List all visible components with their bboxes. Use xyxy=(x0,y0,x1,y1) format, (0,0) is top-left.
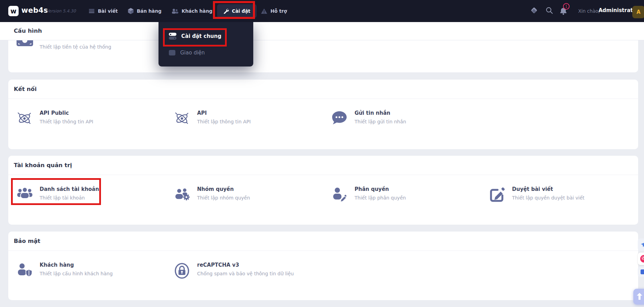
menu-item-general-settings[interactable]: Cài đặt chung xyxy=(169,32,221,40)
tile-title: Nhóm quyền xyxy=(197,186,234,192)
nav-item-sales[interactable]: Bán hàng xyxy=(128,0,162,22)
section-title: Tài khoản quản trị xyxy=(14,162,72,168)
atom-icon xyxy=(174,111,191,127)
nav-item-label: Bán hàng xyxy=(137,8,162,14)
nav-item-customers[interactable]: Khách hàng xyxy=(172,0,213,22)
people-icon xyxy=(172,9,178,14)
menu-item-interface[interactable]: Giao diện xyxy=(169,49,205,57)
wrench-icon xyxy=(223,8,229,14)
tile-subtitle: Chống spam và bảo vệ thông tin dữ liệu xyxy=(197,271,294,276)
search-icon[interactable] xyxy=(546,7,553,16)
section-title: Cấu hình xyxy=(14,28,42,34)
tile-title: Phân quyền xyxy=(355,186,389,192)
tile-subtitle: Thiết lập gửi tin nhắn xyxy=(355,119,406,124)
paper-plane-icon xyxy=(641,242,644,247)
telegram-share-button[interactable] xyxy=(638,238,644,251)
tile-title: reCAPTCHA v3 xyxy=(197,262,239,268)
users-gear-icon xyxy=(174,187,191,203)
tile-api-public[interactable]: API Public Thiết lập thông tin API xyxy=(8,110,166,131)
tile-title: API Public xyxy=(40,110,69,116)
tile-subtitle: Thiết lập tài khoản xyxy=(40,195,85,201)
tile-title: API xyxy=(197,110,207,116)
card-connections: Kết nối API Public Thiết lập thông tin A… xyxy=(8,80,638,149)
tile-permission-groups[interactable]: Nhóm quyền Thiết lập nhóm quyền xyxy=(166,186,323,207)
tile-approve-articles[interactable]: Duyệt bài viết Thiết lập quyền duyệt bài… xyxy=(481,186,638,207)
top-navbar: w web4s Version 5.4.30 Bài viết Bán hàng… xyxy=(0,0,644,22)
card-config: Thiết lập tiền tệ của hệ thống xyxy=(8,40,638,72)
atom-icon xyxy=(17,111,33,127)
tile-account-list[interactable]: Danh sách tài khoản Thiết lập tài khoản xyxy=(8,186,166,207)
settings-overview-page: w web4s Version 5.4.30 Bài viết Bán hàng… xyxy=(0,0,644,307)
tile-subtitle[interactable]: Thiết lập tiền tệ của hệ thống xyxy=(40,44,111,50)
tile-title: Gửi tin nhắn xyxy=(355,110,390,116)
tile-title: Khách hàng xyxy=(40,262,74,268)
card-header: Bảo mật xyxy=(8,232,638,251)
edit-square-icon xyxy=(489,187,505,203)
phone-icon xyxy=(640,255,644,263)
zalo-button[interactable] xyxy=(638,267,644,277)
menu-item-label: Giao diện xyxy=(180,50,205,56)
money-icon[interactable] xyxy=(17,40,33,48)
user-avatar[interactable]: A xyxy=(632,6,644,18)
tile-title: Duyệt bài viết xyxy=(512,186,553,192)
nav-item-label: Khách hàng xyxy=(182,8,213,14)
menu-item-label: Cài đặt chung xyxy=(181,33,221,39)
zalo-icon xyxy=(641,269,644,274)
cube-icon xyxy=(128,8,134,14)
card-admin-accounts: Tài khoản quản trị Danh sách tài khoản T… xyxy=(8,156,638,225)
notification-count-badge: 1 xyxy=(563,3,570,10)
tile-customer-security[interactable]: Khách hàng Thiết lập cấu hình khách hàng xyxy=(8,262,166,283)
tile-subtitle: Thiết lập phân quyền xyxy=(355,195,406,201)
section-title: Kết nối xyxy=(14,86,37,92)
interface-icon xyxy=(169,50,175,55)
card-security: Bảo mật Khách hàng Thiết lập cấu hình kh… xyxy=(8,232,638,300)
tile-subtitle: Thiết lập quyền duyệt bài viết xyxy=(512,195,584,201)
layers-icon[interactable] xyxy=(531,7,538,15)
arrow-up-icon xyxy=(636,293,643,300)
users-group-icon xyxy=(17,187,33,203)
nav-item-articles[interactable]: Bài viết xyxy=(89,0,118,22)
settings-dropdown-menu: Cài đặt chung Giao diện xyxy=(159,22,253,66)
list-icon xyxy=(89,9,95,13)
section-title: Bảo mật xyxy=(14,238,40,244)
chat-icon xyxy=(331,111,348,127)
card-header: Tài khoản quản trị xyxy=(8,156,638,175)
user-pencil-icon xyxy=(331,187,348,203)
scroll-to-top-button[interactable] xyxy=(633,289,644,305)
section-band-config: Cấu hình xyxy=(0,22,644,40)
tile-subtitle: Thiết lập nhóm quyền xyxy=(197,195,250,201)
greeting-text: Xin chào, xyxy=(578,8,600,14)
tile-subtitle: Thiết lập cấu hình khách hàng xyxy=(40,271,113,276)
nav-item-label: Cài đặt xyxy=(232,8,251,14)
lock-circle-icon xyxy=(174,263,191,279)
tile-send-message[interactable]: Gửi tin nhắn Thiết lập gửi tin nhắn xyxy=(323,110,481,131)
warning-triangle-icon xyxy=(261,8,267,14)
tile-title: Danh sách tài khoản xyxy=(40,186,99,192)
version-label: Version 5.4.30 xyxy=(46,9,76,13)
user-shield-icon xyxy=(17,263,33,279)
logo-text[interactable]: web4s xyxy=(21,6,48,14)
nav-item-label: Hỗ trợ xyxy=(270,8,287,14)
toggles-icon xyxy=(169,33,176,40)
nav-item-support[interactable]: Hỗ trợ xyxy=(261,0,287,22)
tile-api[interactable]: API Thiết lập thông tin API xyxy=(166,110,323,131)
tile-recaptcha[interactable]: reCAPTCHA v3 Chống spam và bảo vệ thông … xyxy=(166,262,323,283)
web4s-logo-icon[interactable]: w xyxy=(8,6,19,16)
nav-item-settings[interactable]: Cài đặt xyxy=(217,4,257,18)
tile-assign-permissions[interactable]: Phân quyền Thiết lập phân quyền xyxy=(323,186,481,207)
tile-subtitle: Thiết lập thông tin API xyxy=(197,119,251,124)
card-header: Kết nối xyxy=(8,80,638,99)
nav-item-label: Bài viết xyxy=(98,8,118,14)
tile-subtitle: Thiết lập thông tin API xyxy=(40,119,93,124)
hotline-button[interactable] xyxy=(638,253,644,265)
